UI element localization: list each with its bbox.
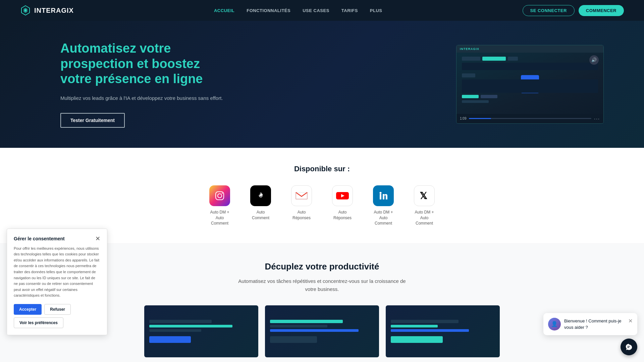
youtube-label: AutoRéponses bbox=[333, 209, 352, 221]
chat-avatar: 👤 bbox=[548, 318, 561, 330]
video-brand-label: INTERAGIX bbox=[460, 47, 479, 51]
platform-youtube[interactable]: AutoRéponses bbox=[332, 185, 353, 221]
svg-point-5 bbox=[222, 193, 223, 194]
nav-link-use-cases[interactable]: USE CASES bbox=[303, 8, 329, 13]
instagram-icon bbox=[209, 185, 230, 206]
logo-icon bbox=[20, 5, 31, 16]
platform-linkedin[interactable]: Auto DM +AutoComment bbox=[373, 185, 394, 226]
productivity-title: Décuplez votre productivité bbox=[27, 261, 617, 272]
svg-point-13 bbox=[380, 192, 382, 194]
platforms-grid: Auto DM +AutoComment AutoComment bbox=[27, 185, 617, 226]
consent-actions: Accepter Refuser Voir les préférences bbox=[14, 304, 100, 328]
prod-card-2[interactable] bbox=[265, 305, 379, 357]
nav-actions: SE CONNECTER COMMENCER bbox=[523, 5, 624, 16]
youtube-icon bbox=[332, 185, 353, 206]
hero-content: Automatisez votre prospection et boostez… bbox=[60, 41, 228, 128]
video-progress-fill bbox=[469, 118, 491, 119]
productivity-subtitle: Automatisez vos tâches répétitives et co… bbox=[235, 277, 409, 293]
nav-links: ACCUEIL FONCTIONNALITÉS USE CASES TARIFS… bbox=[214, 7, 382, 13]
consent-prefs-button[interactable]: Voir les préférences bbox=[14, 317, 63, 328]
nav-item-plus[interactable]: PLUS bbox=[370, 7, 382, 13]
x-label: Auto DM +AutoComment bbox=[415, 209, 434, 226]
consent-body: Pour offrir les meilleures expériences, … bbox=[14, 246, 100, 299]
prod-card-3[interactable] bbox=[386, 305, 500, 357]
linkedin-label: Auto DM +AutoComment bbox=[374, 209, 393, 226]
consent-header: Gérer le consentement ✕ bbox=[14, 236, 100, 242]
threads-label: AutoComment bbox=[252, 209, 269, 221]
nav-link-accueil[interactable]: ACCUEIL bbox=[214, 8, 234, 13]
consent-refuse-button[interactable]: Refuser bbox=[44, 304, 71, 315]
nav-item-fonctionnalites[interactable]: FONCTIONNALITÉS bbox=[247, 7, 290, 13]
video-bottombar: 1:09 ··· bbox=[457, 114, 603, 123]
threads-icon bbox=[250, 185, 271, 206]
video-inner: INTERAGIX bbox=[457, 45, 603, 123]
nav-item-use-cases[interactable]: USE CASES bbox=[303, 7, 329, 13]
chat-content: Bienvenue ! Comment puis-je vous aider ? bbox=[564, 318, 625, 330]
chat-close-button[interactable]: ✕ bbox=[628, 318, 633, 324]
prod-card-1[interactable] bbox=[144, 305, 258, 357]
nav-link-tarifs[interactable]: TARIFS bbox=[341, 8, 358, 13]
platforms-title: Disponible sur : bbox=[27, 165, 617, 173]
svg-rect-12 bbox=[380, 194, 381, 199]
consent-title: Gérer le consentement bbox=[14, 236, 65, 241]
productivity-cards bbox=[27, 305, 617, 357]
consent-accept-button[interactable]: Accepter bbox=[14, 304, 42, 315]
video-ui-overlay bbox=[459, 54, 601, 114]
chat-widget: 👤 Bienvenue ! Comment puis-je vous aider… bbox=[543, 313, 637, 335]
x-icon: 𝕏 bbox=[414, 185, 435, 206]
prod-card-img-3 bbox=[386, 305, 500, 357]
gmail-icon bbox=[291, 185, 312, 206]
logo-text: INTERAGIX bbox=[34, 7, 74, 14]
chat-message: Bienvenue ! Comment puis-je vous aider ? bbox=[564, 318, 622, 330]
video-time: 1:09 bbox=[460, 117, 466, 120]
platform-threads[interactable]: AutoComment bbox=[250, 185, 271, 221]
start-button[interactable]: COMMENCER bbox=[579, 5, 624, 16]
linkedin-icon bbox=[373, 185, 394, 206]
chat-icon bbox=[625, 343, 633, 351]
svg-text:𝕏: 𝕏 bbox=[420, 191, 427, 201]
video-mute-button[interactable]: 🔊 bbox=[589, 55, 599, 65]
platform-x[interactable]: 𝕏 Auto DM +AutoComment bbox=[414, 185, 435, 226]
hero-section: Automatisez votre prospection et boostez… bbox=[0, 21, 644, 148]
nav-link-plus[interactable]: PLUS bbox=[370, 8, 382, 13]
logo[interactable]: INTERAGIX bbox=[20, 5, 74, 16]
gmail-label: AutoRéponses bbox=[292, 209, 311, 221]
instagram-label: Auto DM +AutoComment bbox=[210, 209, 229, 226]
consent-popup: Gérer le consentement ✕ Pour offrir les … bbox=[7, 229, 107, 335]
platform-gmail[interactable]: AutoRéponses bbox=[291, 185, 312, 221]
hero-title: Automatisez votre prospection et boostez… bbox=[60, 41, 228, 87]
svg-point-4 bbox=[218, 194, 222, 198]
navbar: INTERAGIX ACCUEIL FONCTIONNALITÉS USE CA… bbox=[0, 0, 644, 21]
prod-card-img-2 bbox=[265, 305, 379, 357]
hero-video[interactable]: INTERAGIX bbox=[456, 45, 604, 124]
consent-close-button[interactable]: ✕ bbox=[95, 236, 100, 242]
prod-card-img-1 bbox=[144, 305, 258, 357]
nav-item-accueil[interactable]: ACCUEIL bbox=[214, 7, 234, 13]
hero-subtitle: Multipliez vos leads grâce à l'IA et dév… bbox=[60, 94, 228, 102]
nav-item-tarifs[interactable]: TARIFS bbox=[341, 7, 358, 13]
login-button[interactable]: SE CONNECTER bbox=[523, 5, 575, 16]
platform-instagram[interactable]: Auto DM +AutoComment bbox=[209, 185, 230, 226]
nav-link-fonctionnalites[interactable]: FONCTIONNALITÉS bbox=[247, 8, 290, 13]
cta-button[interactable]: Tester Gratuitement bbox=[60, 113, 125, 128]
chat-open-button[interactable] bbox=[621, 339, 637, 355]
video-topbar: INTERAGIX bbox=[457, 45, 603, 53]
video-progress-bar[interactable] bbox=[469, 118, 591, 119]
video-options[interactable]: ··· bbox=[594, 116, 600, 121]
